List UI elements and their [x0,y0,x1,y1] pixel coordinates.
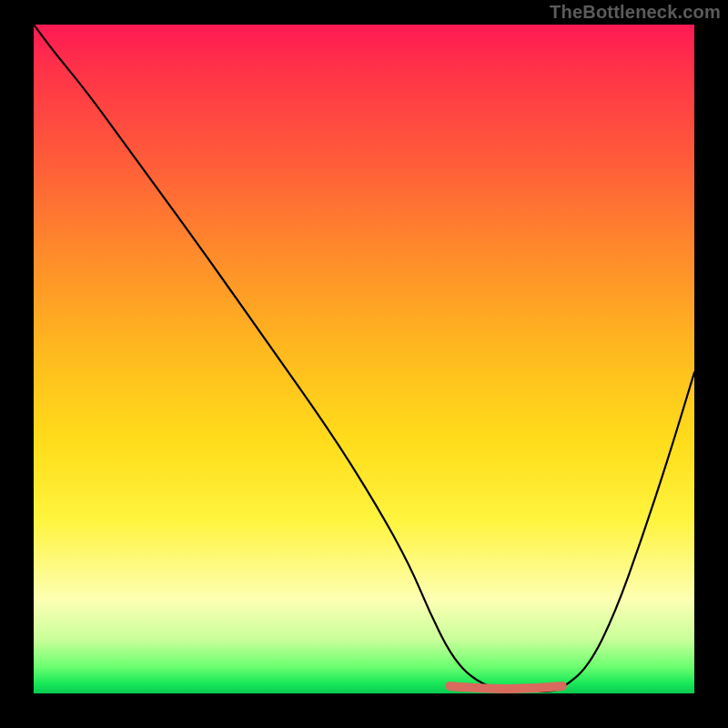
watermark-text: TheBottleneck.com [550,2,721,23]
plot-area [34,25,694,693]
curve-line [34,25,694,692]
chart-frame: TheBottleneck.com [0,0,728,728]
bottleneck-curve [34,25,694,693]
trough-highlight [450,686,561,689]
